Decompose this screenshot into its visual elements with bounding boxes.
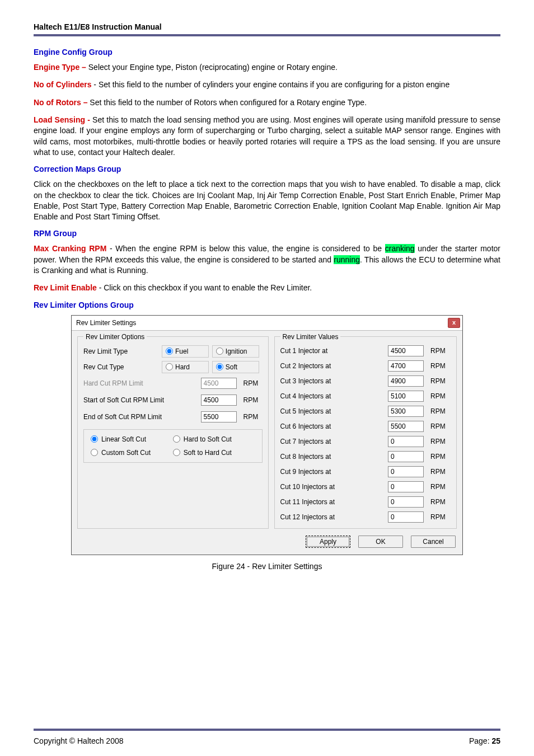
rpm-group-heading: RPM Group <box>34 229 500 238</box>
injector-unit: RPM <box>427 513 451 521</box>
start-soft-input[interactable] <box>201 395 237 406</box>
load-sensing-text: Set this to match the load sensing metho… <box>34 115 500 157</box>
injector-input[interactable] <box>388 421 424 432</box>
cut-mode-box: Linear Soft Cut Hard to Soft Cut Custom … <box>83 429 263 463</box>
injector-unit: RPM <box>427 453 451 461</box>
injector-input[interactable] <box>388 360 424 372</box>
injector-label: Cut 10 Injectors at <box>280 483 388 491</box>
injector-label: Cut 7 Injectors at <box>280 438 388 445</box>
options-fieldset: Rev Limiter Options Rev Limit Type Fuel … <box>77 333 269 529</box>
apply-button[interactable]: Apply <box>306 536 350 548</box>
injector-unit: RPM <box>427 468 451 476</box>
radio-fuel-label: Fuel <box>175 348 188 355</box>
injector-input[interactable] <box>388 406 424 417</box>
injector-input[interactable] <box>388 511 424 523</box>
injector-input[interactable] <box>388 391 424 402</box>
page-header-title: Haltech E11/E8 Instruction Manual <box>34 22 500 31</box>
footer-copyright: Copyright © Haltech 2008 <box>34 736 124 745</box>
injector-label: Cut 3 Injectors at <box>280 377 388 385</box>
dialog-title-text: Rev Limiter Settings <box>76 319 136 327</box>
radio-linear-soft[interactable]: Linear Soft Cut <box>91 435 173 443</box>
radio-ignition[interactable]: Ignition <box>212 345 259 358</box>
footer-page-label: Page: <box>469 736 491 745</box>
injector-input[interactable] <box>388 345 424 356</box>
injector-label: Cut 4 Injectors at <box>280 392 388 400</box>
hard-cut-input[interactable] <box>201 378 237 389</box>
footer-page-num: 25 <box>491 736 500 745</box>
start-soft-label: Start of Soft Cut RPM Limit <box>83 396 201 404</box>
injector-unit: RPM <box>427 483 451 491</box>
max-cranking-hl1: cranking <box>385 244 415 253</box>
radio-linear-soft-label: Linear Soft Cut <box>101 435 146 443</box>
injector-unit: RPM <box>427 407 451 415</box>
max-cranking-pre: - When the engine RPM is below this valu… <box>106 244 385 253</box>
injector-input[interactable] <box>388 466 424 477</box>
injector-unit: RPM <box>427 392 451 400</box>
injector-input[interactable] <box>388 481 424 492</box>
values-legend: Rev Limiter Values <box>280 333 341 341</box>
injector-label: Cut 11 Injectors at <box>280 498 388 506</box>
injector-unit: RPM <box>427 498 451 506</box>
radio-custom-soft-label: Custom Soft Cut <box>101 449 151 457</box>
radio-custom-soft[interactable]: Custom Soft Cut <box>91 449 173 457</box>
injector-label: Cut 8 Injectors at <box>280 453 388 461</box>
injector-label: Cut 1 Injector at <box>280 347 388 355</box>
injector-unit: RPM <box>427 347 451 355</box>
radio-hard[interactable]: Hard <box>162 361 209 373</box>
rev-limit-type-label: Rev Limit Type <box>83 348 162 355</box>
radio-soft-label: Soft <box>226 363 237 371</box>
rev-limit-enable-text: - Click on this checkbox if you want to … <box>97 283 312 292</box>
no-cylinders-label: No of Cylinders <box>34 80 93 89</box>
end-soft-input[interactable] <box>201 411 237 422</box>
engine-type-label: Engine Type – <box>34 63 88 72</box>
load-sensing-label: Load Sensing - <box>34 115 92 124</box>
options-legend: Rev Limiter Options <box>83 333 147 341</box>
radio-soft-to-hard-label: Soft to Hard Cut <box>184 449 232 457</box>
injector-label: Cut 12 Injectors at <box>280 513 388 521</box>
injector-unit: RPM <box>427 422 451 430</box>
radio-hard-label: Hard <box>175 363 190 371</box>
injector-label: Cut 6 Injectors at <box>280 422 388 430</box>
max-cranking-hl2: running <box>334 255 360 264</box>
injector-input[interactable] <box>388 375 424 387</box>
rev-limit-enable-label: Rev Limit Enable <box>34 283 97 292</box>
engine-config-heading: Engine Config Group <box>34 48 500 57</box>
radio-soft[interactable]: Soft <box>212 361 259 373</box>
dialog-titlebar: Rev Limiter Settings x <box>72 316 462 331</box>
values-fieldset: Rev Limiter Values Cut 1 Injector atRPMC… <box>274 333 457 529</box>
injector-input[interactable] <box>388 436 424 447</box>
injector-rows-container: Cut 1 Injector atRPMCut 2 Injectors atRP… <box>280 345 451 523</box>
injector-input[interactable] <box>388 496 424 508</box>
injector-label: Cut 5 Injectors at <box>280 407 388 415</box>
correction-maps-text: Click on the checkboxes on the left to p… <box>34 179 500 222</box>
close-icon[interactable]: x <box>448 318 460 328</box>
injector-label: Cut 2 Injectors at <box>280 362 388 370</box>
no-cylinders-text: - Set this field to the number of cylind… <box>93 80 449 89</box>
injector-unit: RPM <box>427 438 451 445</box>
radio-fuel[interactable]: Fuel <box>162 345 209 358</box>
radio-hard-to-soft[interactable]: Hard to Soft Cut <box>173 435 255 443</box>
hard-cut-unit: RPM <box>240 379 263 387</box>
radio-soft-to-hard[interactable]: Soft to Hard Cut <box>173 449 255 457</box>
end-soft-label: End of Soft Cut RPM Limit <box>83 413 201 421</box>
start-soft-unit: RPM <box>240 396 263 404</box>
cancel-button[interactable]: Cancel <box>411 536 456 548</box>
rev-cut-type-label: Rev Cut Type <box>83 363 162 371</box>
radio-hard-to-soft-label: Hard to Soft Cut <box>184 435 232 443</box>
end-soft-unit: RPM <box>240 413 263 421</box>
engine-type-text: Select your Engine type, Piston (recipro… <box>88 63 338 72</box>
max-cranking-label: Max Cranking RPM <box>34 244 106 253</box>
injector-label: Cut 9 Injectors at <box>280 468 388 476</box>
correction-maps-heading: Correction Maps Group <box>34 165 500 173</box>
ok-button[interactable]: OK <box>358 536 403 548</box>
injector-unit: RPM <box>427 362 451 370</box>
hard-cut-limit-label: Hard Cut RPM Limit <box>83 379 201 387</box>
injector-unit: RPM <box>427 377 451 385</box>
rev-limiter-options-heading: Rev Limiter Options Group <box>34 300 500 309</box>
rev-limiter-dialog: Rev Limiter Settings x Rev Limiter Optio… <box>71 315 463 555</box>
radio-ignition-label: Ignition <box>226 348 247 355</box>
header-rule <box>34 34 500 36</box>
no-rotors-text: Set this field to the number of Rotors w… <box>90 98 367 107</box>
footer-rule <box>34 729 500 731</box>
injector-input[interactable] <box>388 451 424 462</box>
